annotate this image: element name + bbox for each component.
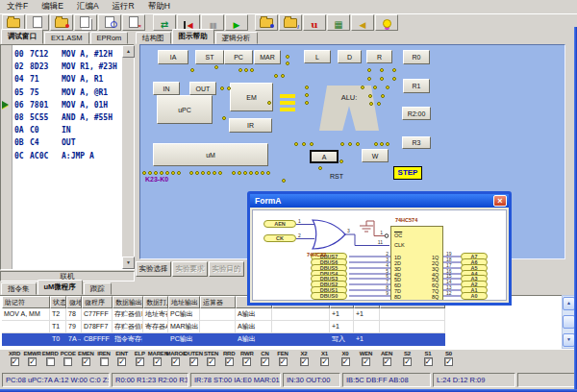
table-scrollbar[interactable]: ▲ ▼: [562, 295, 575, 349]
register-em[interactable]: EM: [230, 83, 273, 111]
register-l[interactable]: L: [304, 50, 331, 63]
signal-checkbox-emen[interactable]: ✓: [82, 357, 90, 366]
register-ia[interactable]: IA: [158, 50, 188, 64]
signal-checkbox-xrd[interactable]: ✓: [11, 357, 19, 366]
signal-checkbox-sten[interactable]: ✓: [207, 357, 215, 366]
back-button[interactable]: ◀: [351, 14, 374, 31]
scroll-up-icon[interactable]: ▲: [122, 45, 135, 58]
signal-checkbox-maren[interactable]: ✓: [153, 357, 162, 366]
code-line-0[interactable]: 007C12MOV A, #12H: [14, 48, 120, 61]
load-folder-button[interactable]: [255, 14, 278, 31]
register-ir[interactable]: IR: [229, 118, 272, 133]
signal-checkbox-outen[interactable]: ✓: [189, 357, 198, 366]
code-line-6[interactable]: 0AC0IN: [14, 124, 120, 136]
signal-checkbox-s0[interactable]: ✓: [444, 357, 453, 366]
close-file-button[interactable]: ×: [122, 14, 145, 31]
signal-checkbox-x2[interactable]: ✓: [300, 357, 309, 366]
table-header-cell: 状态: [50, 296, 66, 308]
tab-diagram-2[interactable]: 逻辑分析: [215, 32, 258, 44]
register-r0[interactable]: R0: [403, 50, 430, 64]
signal-label: IREN: [94, 351, 113, 356]
signal-checkbox-eint[interactable]: ✓: [117, 357, 126, 366]
tab-left-2[interactable]: EPRom: [90, 32, 129, 44]
signal-checkbox-x1[interactable]: ✓: [320, 357, 329, 366]
register-upc[interactable]: uPC: [157, 95, 213, 124]
tab-diagram-0[interactable]: 结构图: [136, 32, 171, 44]
micro-u-button[interactable]: u: [303, 14, 326, 31]
signal-checkbox-rwr[interactable]: ✓: [242, 357, 251, 366]
connection-dot: [142, 171, 146, 175]
register-pc[interactable]: PC: [224, 50, 253, 64]
code-line-4[interactable]: 067801MOV A, 01H: [14, 99, 120, 111]
signal-checkbox-iren[interactable]: [100, 357, 109, 366]
signal-checkbox-pcoe[interactable]: [63, 357, 72, 366]
edit-folder-button[interactable]: /: [279, 14, 302, 31]
register-r1[interactable]: R1: [403, 79, 430, 93]
compile-button[interactable]: [50, 14, 73, 31]
signal-checkbox-elp[interactable]: ✓: [136, 357, 144, 366]
tab-left-1[interactable]: EX1.ASM: [44, 32, 89, 44]
signal-checkbox-fen[interactable]: ✓: [279, 357, 288, 366]
table-cell: [272, 333, 330, 346]
register-r2[interactable]: R2:00: [402, 107, 431, 120]
code-line-2[interactable]: 0471MOV A, R1: [14, 73, 120, 86]
register-d[interactable]: D: [338, 50, 362, 63]
signal-x2: X2✓: [294, 351, 314, 366]
signal-checkbox-emwr[interactable]: ✓: [28, 357, 37, 366]
code-line-1[interactable]: 028D23MOV R1, #23H: [14, 61, 120, 73]
logic-grid-button[interactable]: ▦: [327, 14, 350, 31]
experiment-button-0[interactable]: 实验选择: [136, 261, 171, 277]
register-r[interactable]: R: [366, 50, 392, 63]
signal-checkbox-maroe[interactable]: ✓: [171, 357, 180, 366]
signal-checkbox-s2[interactable]: ✓: [403, 357, 412, 366]
forma-title-bar[interactable]: FormA ×: [250, 194, 509, 208]
table-row-1[interactable]: T179D78FF7存贮器值EM寄存器AMAR输出A输出+1: [2, 321, 562, 333]
register-out[interactable]: OUT: [189, 82, 216, 95]
find-button[interactable]: [98, 14, 121, 31]
chip-oc-pin-label: OC: [394, 233, 402, 238]
signal-checkbox-x0[interactable]: ✓: [341, 357, 350, 366]
code-line-8[interactable]: 0CAC0CA:JMP A: [14, 150, 120, 162]
menu-item-1[interactable]: 编辑E: [35, 1, 70, 12]
table-row-0[interactable]: MOV A, MMT278C77FFF存贮器值EM地址寄存器PC输出A输出+1+…: [2, 308, 562, 321]
tab-bottom-1[interactable]: uM微程序: [38, 280, 83, 295]
code-addr: 06: [14, 101, 30, 110]
connection-dot: [305, 101, 309, 105]
menu-item-0[interactable]: 文件F: [0, 1, 35, 12]
signal-checkbox-aen[interactable]: ✓: [383, 357, 391, 366]
run-button[interactable]: ▶: [225, 14, 248, 31]
signal-checkbox-s1[interactable]: ✓: [424, 357, 433, 366]
breakpoint-gutter[interactable]: [1, 45, 13, 269]
back-icon: ◀: [360, 14, 366, 32]
signal-checkbox-cn[interactable]: ✓: [261, 357, 269, 366]
tab-diagram-1[interactable]: 图示帮助: [172, 29, 214, 44]
register-r3[interactable]: R3: [402, 136, 431, 149]
code-line-7[interactable]: 0BC4OUT: [14, 136, 120, 149]
menu-item-4[interactable]: 帮助H: [141, 1, 177, 12]
connection-dot: [369, 102, 373, 106]
code-line-3[interactable]: 0575MOV A, @R1: [14, 86, 120, 99]
register-st[interactable]: ST: [195, 50, 224, 64]
table-row-2[interactable]: T07A→CBFFFF指令寄存器IRPC输出A输出写入+1: [2, 333, 562, 346]
register-a[interactable]: A: [310, 150, 339, 163]
register-w[interactable]: W: [362, 149, 389, 162]
help-lamp-button[interactable]: [375, 14, 398, 31]
tab-left-0[interactable]: 调试窗口: [1, 29, 43, 44]
register-mar[interactable]: MAR: [254, 50, 281, 64]
signal-checkbox-emrd[interactable]: [46, 357, 55, 366]
code-line-5[interactable]: 085C55AND A, #55H: [14, 111, 120, 124]
scroll-down-icon[interactable]: ▼: [122, 257, 135, 269]
code-scrollbar[interactable]: ▲ ▼: [121, 45, 134, 269]
step-button[interactable]: STEP: [393, 166, 422, 180]
close-icon[interactable]: ×: [493, 195, 507, 207]
menu-item-2[interactable]: 汇编A: [70, 1, 106, 12]
copy-button[interactable]: [74, 14, 97, 31]
tab-bottom-2[interactable]: 跟踪: [84, 282, 112, 295]
register-in[interactable]: IN: [153, 82, 180, 95]
menu-item-3[interactable]: 运行R: [106, 1, 141, 12]
register-um[interactable]: uM: [153, 143, 268, 166]
signal-checkbox-wen[interactable]: ✓: [362, 357, 370, 366]
tab-bottom-0[interactable]: 指令集: [1, 282, 37, 295]
signal-checkbox-rrd[interactable]: ✓: [225, 357, 234, 366]
connection-dot: [380, 142, 384, 146]
